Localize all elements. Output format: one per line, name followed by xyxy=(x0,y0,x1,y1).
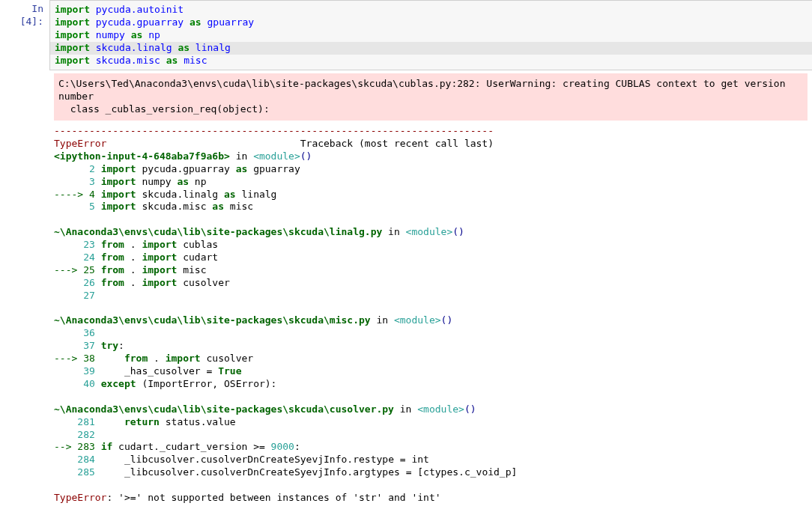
code-line-3: import numpy as np xyxy=(55,29,160,40)
warning-line2: class _cublas_version_req(object): xyxy=(58,103,270,115)
output-area: C:\Users\Ted\Anaconda3\envs\cuda\lib\sit… xyxy=(49,70,812,510)
frame4-file: ~\Anaconda3\envs\cuda\lib\site-packages\… xyxy=(54,403,394,415)
warning-box: C:\Users\Ted\Anaconda3\envs\cuda\lib\sit… xyxy=(54,73,808,121)
frame1-file: <ipython-input-4-648aba7f9a6b> xyxy=(54,150,230,162)
code-line-1: import pycuda.autoinit xyxy=(55,4,184,15)
final-error-msg: : '>=' not supported between instances o… xyxy=(106,492,440,503)
frame3-file: ~\Anaconda3\envs\cuda\lib\site-packages\… xyxy=(54,314,371,326)
final-error-name: TypeError xyxy=(54,492,106,503)
frame1-arrow: ----> 4 xyxy=(54,189,101,200)
error-name: TypeError xyxy=(54,138,106,149)
output-prompt-empty xyxy=(0,70,49,76)
notebook-cell: In [4]: import pycuda.autoinit import py… xyxy=(0,0,812,70)
frame2-arrow: ---> 25 xyxy=(54,264,101,275)
warning-line1: C:\Users\Ted\Anaconda3\envs\cuda\lib\sit… xyxy=(58,78,791,102)
traceback-label: Traceback (most recent call last) xyxy=(106,138,494,149)
code-input-area[interactable]: import pycuda.autoinit import pycuda.gpu… xyxy=(49,0,812,70)
code-line-5: import skcuda.misc as misc xyxy=(55,55,207,66)
frame3-arrow: ---> 38 xyxy=(54,353,124,364)
input-prompt: In [4]: xyxy=(0,0,49,31)
code-line-4-highlighted: import skcuda.linalg as linalg xyxy=(50,42,812,55)
frame2-file: ~\Anaconda3\envs\cuda\lib\site-packages\… xyxy=(54,226,382,237)
output-cell: C:\Users\Ted\Anaconda3\envs\cuda\lib\sit… xyxy=(0,70,812,510)
frame4-arrow: --> 283 xyxy=(54,441,101,452)
traceback-separator: ----------------------------------------… xyxy=(54,125,494,136)
code-line-2: import pycuda.gpuarray as gpuarray xyxy=(55,16,254,28)
